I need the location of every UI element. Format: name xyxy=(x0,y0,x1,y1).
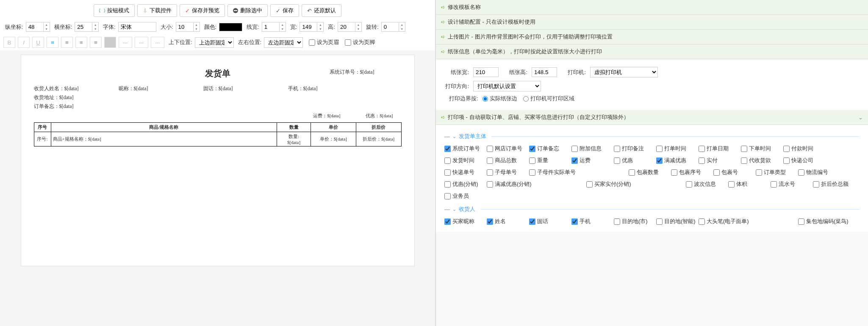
check-item[interactable]: 满减优惠(分销) xyxy=(487,180,544,188)
rotate-input[interactable] xyxy=(382,22,399,31)
check-item[interactable]: 子母件实际单号 xyxy=(529,169,586,176)
margin-radio-actual[interactable]: 实际纸张边 xyxy=(483,95,517,102)
align-center-button[interactable]: ≡ xyxy=(61,37,73,48)
shipping-field[interactable]: 运费：$[data] xyxy=(313,113,340,119)
margin-radio-printable[interactable]: 打印机可打印区域 xyxy=(523,95,574,102)
check-item[interactable]: 快递公司 xyxy=(783,157,826,164)
check-item[interactable]: 订单备忘 xyxy=(529,145,571,152)
section-template-name[interactable]: ➪修改模板名称 xyxy=(436,0,868,15)
width-input[interactable] xyxy=(300,22,317,31)
items-table[interactable]: 序号 商品/规格名称 数量 单价 折后价 序号: 商品+规格名称：$[data]… xyxy=(34,122,402,146)
check-item[interactable]: 下单时间 xyxy=(741,145,783,152)
check-item[interactable]: 网店订单号 xyxy=(487,145,529,152)
section-paper-info[interactable]: ➪纸张信息（单位为毫米），打印时按此处设置纸张大小进行打印 xyxy=(436,44,868,59)
check-item[interactable]: 打印备注 xyxy=(614,145,656,152)
recipient-name-field[interactable]: 收货人姓名：$[data] xyxy=(34,85,102,92)
tel-field[interactable]: 固话：$[data] xyxy=(203,85,271,92)
group-main[interactable]: ⌄发货单主体 xyxy=(444,133,860,140)
download-widget-button[interactable]: ⇩下载控件 xyxy=(137,4,177,17)
y-coord-label: 纵坐标: xyxy=(5,23,23,31)
discount-field[interactable]: 优惠：$[data] xyxy=(366,113,393,119)
border-style-1[interactable]: --- xyxy=(119,37,132,48)
paper-width-input[interactable] xyxy=(473,67,499,77)
check-item[interactable]: 系统订单号 xyxy=(444,145,487,152)
mobile-field[interactable]: 手机：$[data] xyxy=(288,85,356,92)
check-item[interactable]: 订单类型 xyxy=(756,169,798,176)
check-item[interactable]: 实付 xyxy=(699,157,741,164)
y-coord-input[interactable] xyxy=(26,22,43,31)
align-left-button[interactable]: ≡ xyxy=(47,37,58,48)
set-footer-checkbox[interactable]: 设为页脚 xyxy=(345,39,375,46)
check-item[interactable]: 包裹数量 xyxy=(629,169,671,176)
section-print-items[interactable]: ➪打印项 - 自动获取订单、店铺、买家等信息进行打印（自定义打印项除外）⌄ xyxy=(436,110,868,125)
check-item[interactable]: 手机 xyxy=(571,218,614,225)
check-item[interactable]: 大头笔(电子面单) xyxy=(699,218,756,225)
check-item[interactable]: 运费 xyxy=(571,157,614,164)
border-style-2[interactable]: --- xyxy=(135,37,148,48)
check-item[interactable]: 附加信息 xyxy=(571,145,614,152)
bold-button[interactable]: B xyxy=(3,37,15,48)
underline-button[interactable]: U xyxy=(32,37,44,48)
set-header-checkbox[interactable]: 设为页眉 xyxy=(309,39,339,46)
design-canvas[interactable]: 系统订单号：$[data] 发货单 收货人姓名：$[data] 昵称：$[dat… xyxy=(0,50,435,326)
address-field[interactable]: 收货地址：$[data] xyxy=(34,94,102,101)
check-item[interactable]: 集包地编码(菜鸟) xyxy=(798,218,855,225)
check-item[interactable]: 目的地(市) xyxy=(614,218,656,225)
remark-field[interactable]: 订单备忘：$[data] xyxy=(34,103,102,110)
button-mode-button[interactable]: 按钮模式 xyxy=(94,4,135,17)
section-design-assist[interactable]: ➪设计辅助配置 - 只在设计模板时使用 xyxy=(436,15,868,30)
line-width-input[interactable] xyxy=(262,22,279,31)
check-item[interactable]: 物流编号 xyxy=(798,169,840,176)
save-preview-button[interactable]: ✓保存并预览 xyxy=(180,4,225,17)
size-input[interactable] xyxy=(176,22,193,31)
height-input[interactable] xyxy=(338,22,355,31)
check-item[interactable]: 打单日期 xyxy=(699,145,741,152)
check-item[interactable]: 包裹号 xyxy=(713,169,756,176)
check-item[interactable]: 优惠(分销) xyxy=(444,180,487,188)
check-item[interactable]: 满减优惠 xyxy=(656,157,699,164)
fill-color-picker[interactable] xyxy=(104,37,116,48)
spinner-down[interactable]: ▼ xyxy=(44,27,50,31)
check-item[interactable]: 发货时间 xyxy=(444,157,487,164)
x-coord-input[interactable] xyxy=(75,22,92,31)
sys-order-field[interactable]: 系统订单号：$[data] xyxy=(330,69,397,76)
restore-default-button[interactable]: ↶还原默认 xyxy=(302,4,341,17)
check-item[interactable]: 体积 xyxy=(728,180,771,188)
table-row[interactable]: 序号: 商品+规格名称：$[data] 数量:$[data] 单价：$[data… xyxy=(34,132,401,146)
check-item[interactable]: 包裹序号 xyxy=(671,169,713,176)
check-item[interactable]: 快递单号 xyxy=(444,169,487,176)
group-recipient[interactable]: ⌄收货人 xyxy=(444,205,860,213)
check-item[interactable]: 商品总数 xyxy=(487,157,529,164)
orient-select[interactable]: 打印机默认设置 xyxy=(473,81,541,91)
check-item[interactable]: 子母单号 xyxy=(487,169,529,176)
delete-selected-button[interactable]: 删除选中 xyxy=(227,4,268,17)
check-item[interactable]: 流水号 xyxy=(771,180,813,188)
check-item[interactable]: 固话 xyxy=(529,218,571,225)
hpos-select[interactable]: 左边距固定 xyxy=(264,37,303,48)
save-button[interactable]: ✓保存 xyxy=(270,4,299,17)
align-justify-button[interactable]: ≡ xyxy=(90,37,102,48)
section-upload-image[interactable]: ➪上传图片 - 图片用作背景图时不会打印，仅用于辅助调整打印项位置 xyxy=(436,30,868,44)
spinner-up[interactable]: ▲ xyxy=(44,23,50,27)
check-item[interactable]: 付款时间 xyxy=(783,145,826,152)
check-item[interactable]: 优惠 xyxy=(614,157,656,164)
check-item[interactable]: 买家昵称 xyxy=(444,218,487,225)
border-style-3[interactable]: --- xyxy=(151,37,164,48)
check-item[interactable]: 目的地(智能) xyxy=(656,218,699,225)
color-picker[interactable] xyxy=(219,23,242,31)
font-select[interactable] xyxy=(118,22,156,32)
check-item[interactable]: 买家实付(分销) xyxy=(586,180,643,188)
check-item[interactable]: 波次信息 xyxy=(686,180,728,188)
vpos-select[interactable]: 上边距固定 xyxy=(195,37,234,48)
check-item[interactable]: 打单时间 xyxy=(656,145,699,152)
align-right-button[interactable]: ≡ xyxy=(75,37,87,48)
check-item[interactable]: 折后价总额 xyxy=(813,180,855,188)
check-item[interactable]: 重量 xyxy=(529,157,571,164)
nickname-field[interactable]: 昵称：$[data] xyxy=(119,85,186,92)
printer-select[interactable]: 虚拟打印机 xyxy=(590,67,658,77)
paper-height-input[interactable] xyxy=(532,67,557,77)
check-item[interactable]: 业务员 xyxy=(444,192,487,200)
check-item[interactable]: 姓名 xyxy=(487,218,529,225)
italic-button[interactable]: I xyxy=(18,37,30,48)
check-item[interactable]: 代收货款 xyxy=(741,157,783,164)
